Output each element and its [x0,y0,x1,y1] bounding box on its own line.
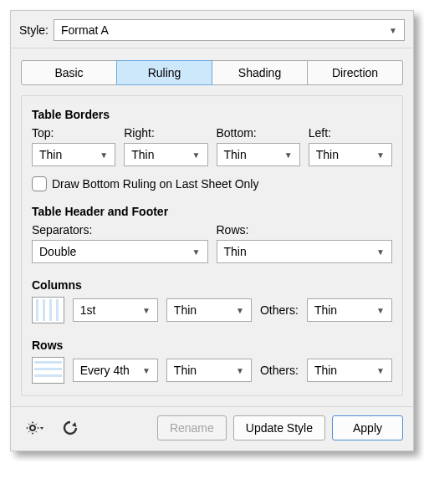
separators-value: Double [39,245,76,258]
chevron-down-icon: ▼ [376,150,385,160]
border-top-label: Top: [32,126,115,140]
rename-button[interactable]: Rename [157,415,227,440]
border-right-select[interactable]: Thin ▼ [124,143,207,166]
style-row: Style: Format A ▼ [11,11,413,48]
hf-rows-label: Rows: [217,223,393,237]
chevron-down-icon: ▼ [236,306,244,315]
border-left-field: Left: Thin ▼ [309,126,392,166]
border-top-field: Top: Thin ▼ [32,126,115,166]
style-select-value: Format A [61,23,109,37]
header-footer-title: Table Header and Footer [32,205,392,218]
rows-others-value: Thin [314,364,337,377]
columns-every-select[interactable]: 1st ▼ [73,298,158,322]
columns-every-value: 1st [80,303,96,317]
border-left-select[interactable]: Thin ▼ [309,143,392,166]
rows-others-select[interactable]: Thin ▼ [307,359,392,382]
refresh-button[interactable] [56,416,84,440]
border-bottom-value: Thin [224,148,247,161]
apply-button[interactable]: Apply [332,415,403,440]
style-label: Style: [19,23,49,37]
header-footer-grid: Separators: Double ▼ Rows: Thin ▼ [32,223,392,263]
style-select[interactable]: Format A ▼ [54,19,405,41]
rows-every-value: Every 4th [80,364,130,377]
separators-select[interactable]: Double ▼ [32,240,208,263]
border-top-select[interactable]: Thin ▼ [32,143,115,166]
ruling-group: Table Borders Top: Thin ▼ Right: Thin ▼ [21,95,403,396]
chevron-down-icon: ▼ [284,150,293,160]
svg-point-0 [30,425,35,430]
tab-ruling[interactable]: Ruling [116,60,212,85]
inner: Basic Ruling Shading Direction Table Bor… [11,48,413,406]
border-top-value: Thin [39,148,62,161]
footer: Rename Update Style Apply [11,406,413,451]
rows-every-select[interactable]: Every 4th ▼ [73,359,158,382]
tabs: Basic Ruling Shading Direction [21,60,403,85]
columns-others-value: Thin [314,303,337,317]
columns-preview-icon[interactable] [32,297,64,323]
chevron-down-icon: ▼ [192,150,201,160]
border-left-value: Thin [316,148,339,161]
settings-menu-button[interactable] [21,416,49,440]
chevron-down-icon: ▼ [100,150,108,160]
table-borders-grid: Top: Thin ▼ Right: Thin ▼ Bottom: [32,126,392,166]
draw-bottom-checkbox[interactable] [32,176,47,191]
chevron-down-icon: ▼ [376,306,385,315]
tab-shading[interactable]: Shading [212,60,308,85]
draw-bottom-label: Draw Bottom Ruling on Last Sheet Only [52,177,258,191]
border-left-label: Left: [309,126,392,140]
refresh-icon [62,420,79,436]
columns-others-select[interactable]: Thin ▼ [307,298,392,322]
rows-style-value: Thin [174,364,197,377]
border-bottom-field: Bottom: Thin ▼ [217,126,300,166]
columns-title: Columns [32,278,392,292]
style-panel: Style: Format A ▼ Basic Ruling Shading D… [10,10,414,451]
gear-icon [25,420,45,436]
columns-style-select[interactable]: Thin ▼ [166,298,252,322]
border-right-field: Right: Thin ▼ [124,126,207,166]
rows-style-select[interactable]: Thin ▼ [166,359,252,382]
border-bottom-label: Bottom: [217,126,300,140]
hf-rows-field: Rows: Thin ▼ [217,223,393,263]
border-right-value: Thin [131,148,154,161]
border-right-label: Right: [124,126,207,140]
chevron-down-icon: ▼ [236,366,244,375]
border-bottom-select[interactable]: Thin ▼ [217,143,300,166]
rows-title: Rows [32,339,392,352]
draw-bottom-row: Draw Bottom Ruling on Last Sheet Only [32,176,392,191]
chevron-down-icon: ▼ [376,366,385,375]
rows-others-label: Others: [260,364,299,377]
chevron-down-icon: ▼ [192,247,201,257]
tab-basic[interactable]: Basic [21,60,117,85]
chevron-down-icon: ▼ [389,26,397,35]
columns-others-label: Others: [260,303,299,317]
separators-label: Separators: [32,223,208,237]
update-style-button[interactable]: Update Style [233,415,325,440]
rows-row: Every 4th ▼ Thin ▼ Others: Thin ▼ [32,357,392,384]
tab-direction[interactable]: Direction [308,60,403,85]
table-borders-title: Table Borders [32,108,392,121]
chevron-down-icon: ▼ [142,306,151,315]
columns-row: 1st ▼ Thin ▼ Others: Thin ▼ [32,297,392,323]
hf-rows-select[interactable]: Thin ▼ [217,240,393,263]
separators-field: Separators: Double ▼ [32,223,208,263]
chevron-down-icon: ▼ [142,366,151,375]
rows-preview-icon[interactable] [32,357,64,384]
columns-style-value: Thin [174,303,197,317]
hf-rows-value: Thin [224,245,247,258]
chevron-down-icon: ▼ [376,247,385,257]
